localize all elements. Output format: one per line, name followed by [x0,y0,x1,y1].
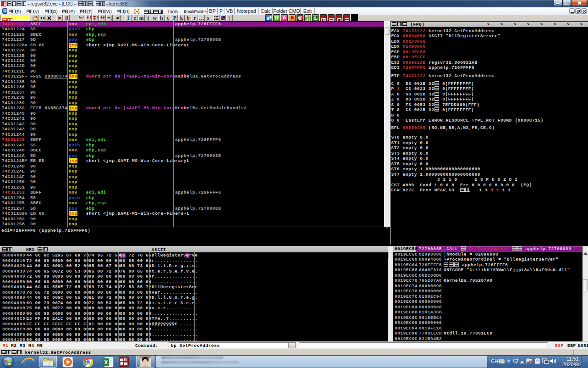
svg-text:X: X [104,359,108,366]
svg-text:e: e [23,356,28,368]
